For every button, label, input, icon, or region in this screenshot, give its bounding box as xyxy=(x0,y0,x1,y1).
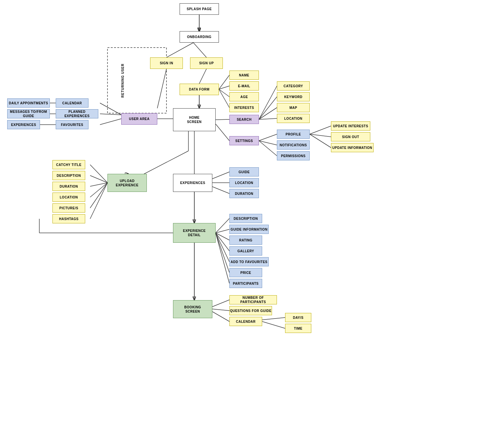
svg-line-54 xyxy=(212,312,229,321)
node-description_up: DESCRIPTION xyxy=(52,171,85,180)
node-keyword: KEYWORD xyxy=(277,92,310,101)
node-user_area: USER AREA xyxy=(121,113,157,125)
node-messages: MESSAGES TO/FROM GUIDE xyxy=(7,109,50,118)
node-home_screen: HOME SCREEN xyxy=(173,108,216,131)
node-email: E-MAIL xyxy=(229,81,259,91)
node-sign_out: SIGN OUT xyxy=(331,132,370,141)
node-location_search: LOCATION xyxy=(277,114,310,123)
svg-line-7 xyxy=(219,86,229,89)
node-daily_appointments: DAILY APPOINTMENTS xyxy=(7,98,50,108)
node-duration_exp: DURATION xyxy=(229,189,259,198)
node-description_det: DESCRIPTION xyxy=(229,214,262,223)
node-experiences_left: EXPERIENCES xyxy=(7,120,40,129)
node-participants_det: PARTICIPANTS xyxy=(229,279,262,288)
node-sign_up: SIGN UP xyxy=(190,57,223,69)
svg-line-3 xyxy=(199,69,206,84)
node-booking_screen: BOOKING SCREEN xyxy=(173,300,212,318)
node-catchy_title: CATCHY TITLE xyxy=(52,160,85,169)
node-notifications: NOTIFICATIONS xyxy=(277,140,310,150)
flowchart-canvas: SPLASH PAGEONBOARDINGSIGN INSIGN UPDATA … xyxy=(0,0,504,433)
svg-line-40 xyxy=(212,187,229,194)
svg-line-37 xyxy=(90,183,107,219)
node-map: MAP xyxy=(277,103,310,112)
node-upload_experience: UPLOAD EXPERIENCE xyxy=(107,174,147,192)
svg-line-18 xyxy=(259,141,277,156)
node-onboarding: ONBOARDING xyxy=(180,31,219,43)
svg-line-36 xyxy=(90,183,107,208)
node-duration_up: DURATION xyxy=(52,182,85,191)
node-name: NAME xyxy=(229,71,259,80)
node-data_form: DATA FORM xyxy=(180,84,219,95)
svg-line-38 xyxy=(212,172,229,179)
node-search: SEARCH xyxy=(229,115,259,124)
svg-line-16 xyxy=(259,134,277,141)
svg-line-23 xyxy=(100,103,121,115)
svg-line-53 xyxy=(212,309,229,311)
node-experiences_mid: EXPERIENCES xyxy=(173,174,212,192)
svg-line-21 xyxy=(310,134,331,148)
node-age: AGE xyxy=(229,92,259,101)
node-add_to_fav: ADD TO FAVOURITES xyxy=(229,257,269,266)
svg-line-47 xyxy=(216,233,229,273)
svg-line-34 xyxy=(90,183,107,186)
node-favourites: FAVOURITES xyxy=(56,120,88,129)
svg-line-45 xyxy=(216,233,229,251)
svg-line-25 xyxy=(100,119,121,125)
node-pictures: PICTURE/S xyxy=(52,203,85,213)
svg-line-15 xyxy=(259,118,277,119)
node-profile: PROFILE xyxy=(277,130,310,139)
svg-line-1 xyxy=(166,43,193,57)
svg-line-14 xyxy=(259,108,277,119)
node-calendar: CALENDAR xyxy=(56,98,88,108)
node-location_up: LOCATION xyxy=(52,193,85,202)
node-update_information: UPDATE INFORMATION xyxy=(331,143,374,152)
returning-user-label: RETURNING USER xyxy=(121,63,125,97)
svg-line-11 xyxy=(216,124,229,141)
node-gallery: GALLERY xyxy=(229,246,262,256)
svg-line-42 xyxy=(216,218,229,233)
svg-line-48 xyxy=(216,233,229,283)
svg-line-33 xyxy=(90,175,107,183)
node-splash_page: SPLASH PAGE xyxy=(180,3,219,15)
svg-line-19 xyxy=(310,126,331,134)
svg-line-6 xyxy=(219,75,229,89)
node-planned_experiences: PLANNED EXPERIENCES xyxy=(56,109,98,118)
svg-line-35 xyxy=(90,183,107,197)
node-guide_info: GUIDE INFORMATION xyxy=(229,225,269,234)
node-days: DAY/S xyxy=(285,313,311,322)
svg-line-12 xyxy=(259,86,277,119)
svg-line-24 xyxy=(100,114,121,115)
node-calendar_book: CALENDAR xyxy=(229,317,262,326)
svg-line-55 xyxy=(262,318,285,320)
svg-line-10 xyxy=(216,119,229,120)
node-hashtags: HASHTAGS xyxy=(52,214,85,223)
svg-line-8 xyxy=(219,89,229,97)
svg-line-46 xyxy=(216,233,229,262)
node-price: PRICE xyxy=(229,268,262,277)
node-time: TIME xyxy=(285,324,311,333)
svg-line-56 xyxy=(262,321,285,328)
svg-line-43 xyxy=(216,229,229,233)
svg-line-17 xyxy=(259,141,277,145)
node-questions_guide: QUESTIONS FOR GUIDE xyxy=(229,306,272,315)
svg-line-4 xyxy=(157,69,166,108)
node-category: CATEGORY xyxy=(277,81,310,91)
node-interests: INTERESTS xyxy=(229,103,259,112)
node-rating: RATING xyxy=(229,236,262,245)
node-sign_in: SIGN IN xyxy=(150,57,183,69)
svg-line-44 xyxy=(216,233,229,240)
svg-line-52 xyxy=(212,300,229,307)
node-location_exp: LOCATION xyxy=(229,178,259,187)
svg-line-32 xyxy=(90,165,107,183)
node-permissions: PERMISSIONS xyxy=(277,151,310,160)
svg-line-2 xyxy=(193,43,206,57)
svg-line-9 xyxy=(219,89,229,108)
node-experience_detail: EXPERIENCE DETAIL xyxy=(173,223,216,243)
svg-line-13 xyxy=(259,97,277,119)
node-guide: GUIDE xyxy=(229,167,259,176)
node-settings: SETTINGS xyxy=(229,136,259,145)
node-num_participants: NUMBER OF PARTICIPANTS xyxy=(229,295,277,304)
node-update_interests: UPDATE INTERESTS xyxy=(331,121,370,131)
svg-line-20 xyxy=(310,134,331,137)
